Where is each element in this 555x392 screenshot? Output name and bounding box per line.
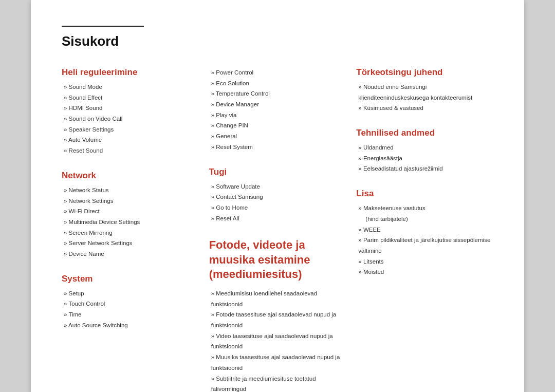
section-title-tehnilised: Tehnilised andmed bbox=[356, 128, 493, 138]
list-item: Setup bbox=[62, 288, 199, 299]
list-item: Makseteenuse vastutus(hind tarbijatele) bbox=[356, 203, 493, 224]
section-system: System Setup Touch Control Time Auto Sou… bbox=[62, 274, 199, 331]
content-columns: Heli reguleerimine Sound Mode Sound Effe… bbox=[62, 67, 493, 392]
section-title-network: Network bbox=[62, 171, 199, 181]
list-item: Meediumisisu loendilehel saadaolevad fun… bbox=[209, 288, 346, 309]
list-item: Litsents bbox=[356, 256, 493, 267]
top-rule bbox=[62, 26, 144, 27]
list-item: Time bbox=[62, 309, 199, 320]
list-item: Subtiitrite ja meediumiesituse toetatud … bbox=[209, 374, 346, 392]
section-title-tugi: Tugi bbox=[209, 167, 346, 177]
list-item: Reset Sound bbox=[62, 145, 199, 156]
section-title-system: System bbox=[62, 274, 199, 284]
list-item: Server Network Settings bbox=[62, 238, 199, 249]
list-item: General bbox=[209, 131, 346, 142]
list-item: Mõisted bbox=[356, 267, 493, 277]
list-item: Power Control bbox=[209, 67, 346, 78]
list-item: Network Status bbox=[62, 185, 199, 196]
list-item: Multimedia Device Settings bbox=[62, 217, 199, 228]
list-item: Speaker Settings bbox=[62, 124, 199, 135]
list-item: Touch Control bbox=[62, 298, 199, 309]
section-network: Network Network Status Network Settings … bbox=[62, 171, 199, 259]
list-item: Play via bbox=[209, 110, 346, 121]
list-item: HDMI Sound bbox=[62, 103, 199, 114]
list-item: Network Settings bbox=[62, 196, 199, 207]
section-title-fotode: Fotode, videote ja muusika esitamine (me… bbox=[209, 238, 346, 282]
list-item: Sound on Video Call bbox=[62, 114, 199, 124]
column-1: Heli reguleerimine Sound Mode Sound Effe… bbox=[62, 67, 199, 392]
section-title-lisa: Lisa bbox=[356, 189, 493, 199]
column-3: Törkeotsingu juhend Nõuded enne Samsungi… bbox=[356, 67, 493, 392]
list-item: Temperature Control bbox=[209, 88, 346, 99]
list-item: Software Update bbox=[209, 181, 346, 192]
page-title: Sisukord bbox=[62, 33, 493, 49]
list-item: Eelseadistatud ajastusrežiimid bbox=[356, 163, 493, 174]
list-item: Küsimused & vastused bbox=[356, 103, 493, 114]
list-item: Fotode taasesituse ajal saadaolevad nupu… bbox=[209, 309, 346, 330]
list-item: Go to Home bbox=[209, 202, 346, 213]
list-item: Wi-Fi Direct bbox=[62, 206, 199, 217]
list-item: Contact Samsung bbox=[209, 192, 346, 202]
list-item: Reset System bbox=[209, 142, 346, 153]
list-item: Change PIN bbox=[209, 120, 346, 131]
section-title-torkeotsingu: Törkeotsingu juhend bbox=[356, 67, 493, 78]
section-system-more: Power Control Eco Solution Temperature C… bbox=[209, 67, 346, 153]
column-2: Power Control Eco Solution Temperature C… bbox=[209, 67, 346, 392]
section-tehnilised: Tehnilised andmed Üldandmed Energiasääst… bbox=[356, 128, 493, 174]
list-item: Sound Effect bbox=[62, 92, 199, 103]
list-item: Muusika taasesituse ajal saadaolevad nup… bbox=[209, 352, 346, 373]
section-lisa: Lisa Makseteenuse vastutus(hind tarbijat… bbox=[356, 189, 493, 277]
section-heli: Heli reguleerimine Sound Mode Sound Effe… bbox=[62, 67, 199, 156]
list-item: Sound Mode bbox=[62, 82, 199, 92]
list-item: Device Manager bbox=[209, 99, 346, 110]
list-item: Screen Mirroring bbox=[62, 228, 199, 238]
section-tugi: Tugi Software Update Contact Samsung Go … bbox=[209, 167, 346, 224]
list-item: Auto Volume bbox=[62, 135, 199, 145]
section-torkeotsingu: Törkeotsingu juhend Nõuded enne Samsungi… bbox=[356, 67, 493, 114]
list-item: Video taasesituse ajal saadaolevad nupud… bbox=[209, 331, 346, 352]
list-item: Device Name bbox=[62, 249, 199, 259]
list-item: Energiasäästja bbox=[356, 153, 493, 164]
list-item: Eco Solution bbox=[209, 78, 346, 89]
list-item: Parim pildikvaliteet ja järelkujutise si… bbox=[356, 235, 493, 256]
page: Sisukord Heli reguleerimine Sound Mode S… bbox=[31, 0, 524, 392]
section-fotode: Fotode, videote ja muusika esitamine (me… bbox=[209, 238, 346, 392]
list-item: Reset All bbox=[209, 213, 346, 224]
list-item: Auto Source Switching bbox=[62, 320, 199, 331]
list-item: Üldandmed bbox=[356, 142, 493, 153]
list-item: WEEE bbox=[356, 225, 493, 235]
section-title-heli: Heli reguleerimine bbox=[62, 67, 199, 78]
list-item: Nõuded enne Samsungi klienditeeninduskes… bbox=[356, 82, 493, 103]
